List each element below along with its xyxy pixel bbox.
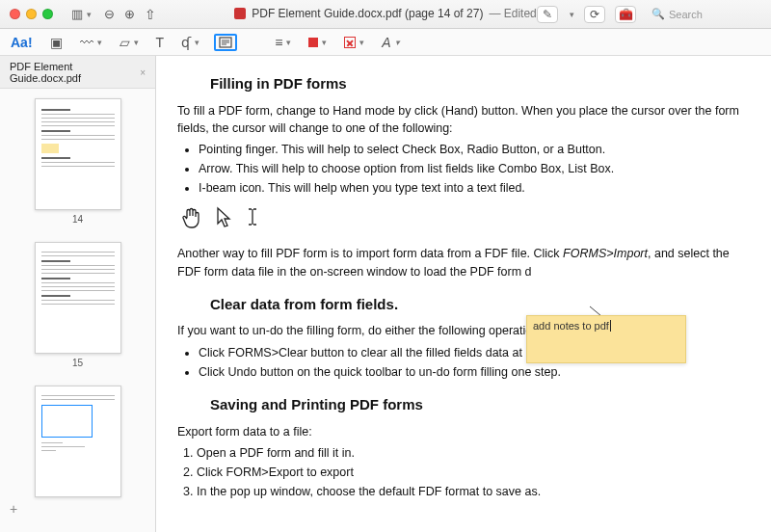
list-item: Open a PDF form and fill it in. [197, 444, 750, 462]
traffic-lights [10, 9, 53, 19]
zoom-in-button[interactable]: ⊕ [124, 7, 135, 21]
main-area: PDF Element Guide.docx.pdf × 14 15 [0, 56, 771, 532]
chevron-down-icon: ▾ [570, 10, 574, 19]
list-item: I-beam icon. This will help when you typ… [199, 179, 750, 197]
border-color-tool[interactable]: ▾ [341, 35, 367, 50]
zoom-out-button[interactable]: ⊖ [104, 7, 115, 21]
ibeam-cursor-icon [247, 206, 258, 237]
titlebar-left-tools: ▥▾ ⊖ ⊕ ⇧ [68, 5, 156, 23]
text-style-tool[interactable]: Aa! [8, 33, 36, 52]
thumbnail-sidebar: PDF Element Guide.docx.pdf × 14 15 [0, 56, 156, 532]
share-button[interactable]: ⇧ [145, 7, 156, 22]
arrow-cursor-icon [216, 206, 231, 237]
chevron-down-icon: ▾ [134, 38, 139, 47]
add-page-button[interactable]: + [10, 501, 17, 522]
sidebar-tab-label: PDF Element Guide.docx.pdf [10, 61, 136, 84]
annotation-toolbar: Aa! ▣ 〰▾ ▱▾ T ʠ▾ ≡▾ ▾ ▾ A▾ [0, 29, 771, 56]
crop-tool[interactable]: ▣ [47, 33, 66, 52]
chevron-down-icon: ▾ [286, 38, 291, 47]
text-run: Another way to fill PDF form is to impor… [177, 247, 563, 260]
signature-tool[interactable]: ʠ▾ [178, 33, 202, 52]
edited-indicator: — Edited [489, 7, 536, 20]
close-tab-icon[interactable]: × [140, 67, 146, 78]
cursor-example-row [181, 206, 746, 237]
chevron-down-icon: ▾ [322, 38, 327, 47]
heading-save-print: Saving and Printing PDF forms [210, 394, 750, 415]
list-item: Pointing finger. This will help to selec… [199, 141, 750, 158]
page-thumbnail[interactable] [35, 242, 121, 354]
red-swatch-icon [308, 38, 318, 47]
document-page: Filling in PDF forms To fill a PDF form,… [156, 56, 771, 523]
page-number-label: 15 [72, 358, 83, 368]
chevron-down-icon: ▾ [195, 38, 199, 47]
search-icon: 🔍 [651, 8, 665, 20]
line-style-tool[interactable]: ≡▾ [272, 33, 294, 52]
no-fill-icon [344, 37, 356, 48]
sticky-note-text: add notes to pdf [533, 320, 609, 332]
title-text: PDF Element Guide.docx.pdf (page 14 of 2… [252, 7, 483, 20]
close-window-button[interactable] [10, 9, 20, 19]
chevron-down-icon: ▾ [359, 38, 364, 47]
thumbnail-list: 14 15 + [0, 89, 155, 532]
pdf-file-icon [234, 8, 246, 19]
chevron-down-icon: ▾ [87, 10, 92, 19]
note-indicator-icon [41, 144, 59, 153]
list-item: Arrow. This will help to choose option f… [199, 160, 750, 177]
bullet-list: Pointing finger. This will help to selec… [199, 141, 750, 197]
page-thumbnail[interactable] [35, 98, 121, 210]
text-format-tool[interactable]: A▾ [379, 33, 402, 52]
toolbox-button[interactable]: 🧰 [615, 6, 636, 23]
rotate-button[interactable]: ⟳ [584, 6, 605, 23]
paragraph: Export form data to a file: [177, 423, 750, 440]
document-viewport[interactable]: Filling in PDF forms To fill a PDF form,… [156, 56, 771, 532]
sidebar-tab[interactable]: PDF Element Guide.docx.pdf × [0, 56, 155, 89]
document-title: PDF Element Guide.docx.pdf (page 14 of 2… [234, 7, 537, 20]
titlebar-right-tools: ✎ ▾ ⟳ 🧰 🔍 Search [537, 6, 761, 23]
sticky-note-icon [219, 37, 232, 48]
minimize-window-button[interactable] [26, 9, 37, 19]
chevron-down-icon: ▾ [97, 38, 102, 47]
list-item: In the pop up window, choose the default… [197, 483, 750, 500]
search-input[interactable]: 🔍 Search [646, 6, 761, 23]
page-number-label: 14 [72, 214, 83, 225]
maximize-window-button[interactable] [42, 9, 53, 19]
paragraph: To fill a PDF form, change to Hand mode … [177, 102, 750, 137]
chevron-down-icon: ▾ [395, 38, 400, 47]
text-tool[interactable]: T [153, 33, 168, 52]
text-run-italic: FORMS>Import [563, 247, 648, 260]
fill-color-tool[interactable]: ▾ [306, 36, 330, 49]
sidebar-toggle-button[interactable]: ▥▾ [68, 5, 94, 23]
hand-cursor-icon [181, 206, 200, 237]
selection-indicator-icon [41, 405, 93, 438]
heading-clear: Clear data from form fields. [210, 294, 750, 315]
list-item: Click FORM>Export to export [197, 464, 750, 481]
numbered-list: Open a PDF form and fill it in. Click FO… [197, 444, 750, 500]
shape-tool[interactable]: ▱▾ [117, 33, 142, 52]
draw-tool[interactable]: 〰▾ [77, 33, 105, 52]
page-thumbnail[interactable] [35, 386, 121, 497]
window-titlebar: ▥▾ ⊖ ⊕ ⇧ PDF Element Guide.docx.pdf (pag… [0, 0, 771, 29]
paragraph: Another way to fill PDF form is to impor… [177, 245, 750, 279]
sticky-note[interactable]: add notes to pdf [526, 315, 686, 363]
note-tool[interactable] [214, 34, 237, 51]
list-item: Click Undo button on the quick toolbar t… [199, 363, 750, 381]
markup-tool-button[interactable]: ✎ [537, 6, 558, 23]
heading-filling: Filling in PDF forms [210, 73, 750, 94]
search-placeholder: Search [669, 9, 703, 20]
text-caret-icon [610, 320, 611, 332]
